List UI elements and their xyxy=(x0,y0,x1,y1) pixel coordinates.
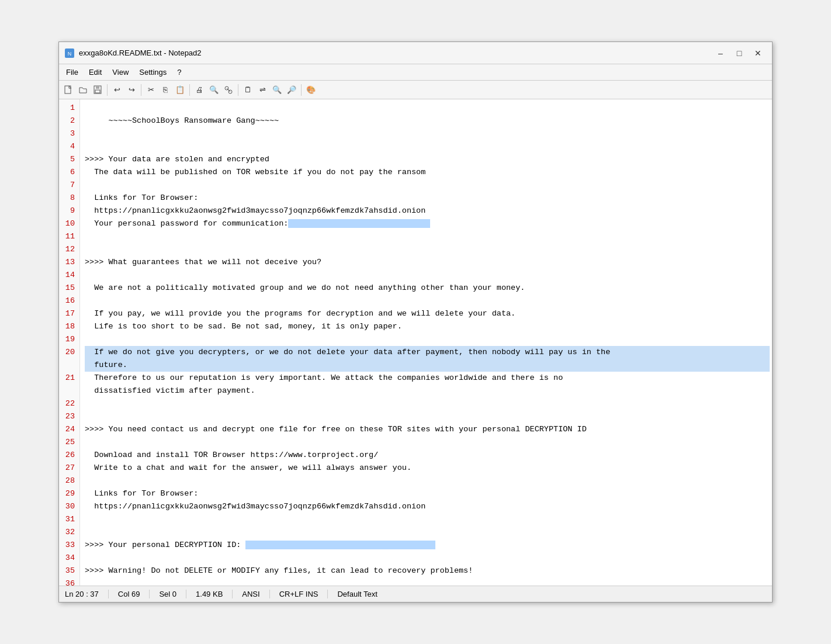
app-icon: N xyxy=(65,49,74,58)
text-line xyxy=(85,140,770,153)
status-size: 1.49 KB xyxy=(196,590,233,598)
close-button[interactable]: ✕ xyxy=(750,47,766,60)
text-line xyxy=(85,475,770,487)
line-number: 2 xyxy=(61,115,75,127)
line-number: 29 xyxy=(61,487,75,500)
wordwrap-button[interactable]: ⇌ xyxy=(255,83,269,97)
text-line: >>>> Warning! Do not DELETE or MODIFY an… xyxy=(85,565,770,577)
text-line: >>>> You need contact us and decrypt one… xyxy=(85,423,770,436)
redo-button[interactable]: ↪ xyxy=(124,83,138,97)
text-line xyxy=(85,333,770,346)
scheme-button[interactable]: 🎨 xyxy=(304,83,318,97)
svg-rect-6 xyxy=(95,90,100,93)
svg-rect-5 xyxy=(96,86,99,89)
line-number: 19 xyxy=(61,333,75,346)
toolbar-sep-4 xyxy=(238,84,238,96)
text-line xyxy=(85,552,770,565)
content-area: 1234567891011121314151617181920212223242… xyxy=(59,99,772,586)
save-button[interactable] xyxy=(91,83,105,97)
text-line xyxy=(85,410,770,423)
line-number: 28 xyxy=(61,475,75,487)
status-line-ending: CR+LF INS xyxy=(279,590,328,598)
text-line: Download and install TOR Browser https:/… xyxy=(85,449,770,462)
line-number: 27 xyxy=(61,462,75,475)
text-line xyxy=(85,436,770,449)
text-line xyxy=(85,397,770,410)
line-number: 13 xyxy=(61,256,75,269)
toolbar-sep-1 xyxy=(107,84,108,96)
text-area[interactable]: ~~~~~SchoolBoys Ransomware Gang~~~~~>>>>… xyxy=(80,99,772,586)
text-line xyxy=(85,179,770,192)
line-number: 6 xyxy=(61,166,75,179)
status-sel: Sel 0 xyxy=(159,590,186,598)
paste-button[interactable]: 📋 xyxy=(173,83,187,97)
text-line xyxy=(85,577,770,586)
status-ln-col: Ln 20 : 37 xyxy=(65,590,109,598)
text-line: >>>> What guarantees that we will not de… xyxy=(85,256,770,269)
text-line: The data will be published on TOR websit… xyxy=(85,166,770,179)
notepad2-window: N exxga8oKd.README.txt - Notepad2 – □ ✕ … xyxy=(58,41,773,603)
copy-button[interactable]: ⎘ xyxy=(158,83,172,97)
view-mode-button[interactable]: 🗒 xyxy=(241,83,255,97)
toolbar-sep-5 xyxy=(301,84,302,96)
text-line: Links for Tor Browser: xyxy=(85,192,770,205)
status-bar: Ln 20 : 37 Col 69 Sel 0 1.49 KB ANSI CR+… xyxy=(59,586,772,602)
line-number xyxy=(61,359,75,372)
line-number: 36 xyxy=(61,577,75,586)
minimize-button[interactable]: – xyxy=(712,47,729,60)
text-line xyxy=(85,526,770,539)
text-line: https://pnanlicgxkku2aonwsg2fwid3maycsso… xyxy=(85,500,770,513)
line-number: 5 xyxy=(61,153,75,166)
line-number: 33 xyxy=(61,539,75,552)
line-number: 1 xyxy=(61,102,75,115)
menu-view[interactable]: View xyxy=(108,66,133,78)
text-line: We are not a politically motivated group… xyxy=(85,282,770,295)
menu-file[interactable]: File xyxy=(61,66,83,78)
text-continuation: future. xyxy=(85,359,770,372)
line-number: 7 xyxy=(61,179,75,192)
undo-button[interactable]: ↩ xyxy=(110,83,124,97)
text-line: Write to a chat and wait for the answer,… xyxy=(85,462,770,475)
menu-bar: File Edit View Settings ? xyxy=(59,64,772,81)
line-number: 3 xyxy=(61,127,75,140)
line-number: 24 xyxy=(61,423,75,436)
status-col: Col 69 xyxy=(118,590,150,598)
line-number: 25 xyxy=(61,436,75,449)
line-number: 4 xyxy=(61,140,75,153)
zoom-in-button[interactable]: 🔎 xyxy=(285,83,299,97)
text-line xyxy=(85,513,770,526)
maximize-button[interactable]: □ xyxy=(731,47,747,60)
toolbar-sep-3 xyxy=(189,84,190,96)
open-button[interactable] xyxy=(76,83,90,97)
find-button[interactable]: 🔍 xyxy=(207,83,221,97)
print-button[interactable]: 🖨 xyxy=(192,83,206,97)
line-number: 23 xyxy=(61,410,75,423)
status-style: Default Text xyxy=(337,590,386,598)
line-numbers: 1234567891011121314151617181920212223242… xyxy=(59,99,80,586)
line-number: 16 xyxy=(61,295,75,307)
menu-edit[interactable]: Edit xyxy=(84,66,106,78)
line-number: 32 xyxy=(61,526,75,539)
text-line: Therefore to us our reputation is very i… xyxy=(85,372,770,385)
line-number: 15 xyxy=(61,282,75,295)
line-number xyxy=(61,385,75,397)
line-number: 14 xyxy=(61,269,75,282)
new-button[interactable] xyxy=(61,83,75,97)
text-line xyxy=(85,102,770,115)
replace-button[interactable] xyxy=(221,83,236,97)
text-line: >>>> Your data are stolen and encrypted xyxy=(85,153,770,166)
menu-help[interactable]: ? xyxy=(172,66,186,78)
text-line xyxy=(85,269,770,282)
menu-settings[interactable]: Settings xyxy=(134,66,171,78)
text-line: Your personal password for communication… xyxy=(85,217,770,230)
title-bar: N exxga8oKd.README.txt - Notepad2 – □ ✕ xyxy=(59,42,772,64)
text-line: ~~~~~SchoolBoys Ransomware Gang~~~~~ xyxy=(85,115,770,127)
cut-button[interactable]: ✂ xyxy=(144,83,158,97)
zoom-out-button[interactable]: 🔍 xyxy=(270,83,284,97)
line-number: 30 xyxy=(61,500,75,513)
text-line xyxy=(85,295,770,307)
status-encoding: ANSI xyxy=(242,590,269,598)
toolbar-sep-2 xyxy=(141,84,141,96)
line-number: 11 xyxy=(61,230,75,243)
line-number: 8 xyxy=(61,192,75,205)
